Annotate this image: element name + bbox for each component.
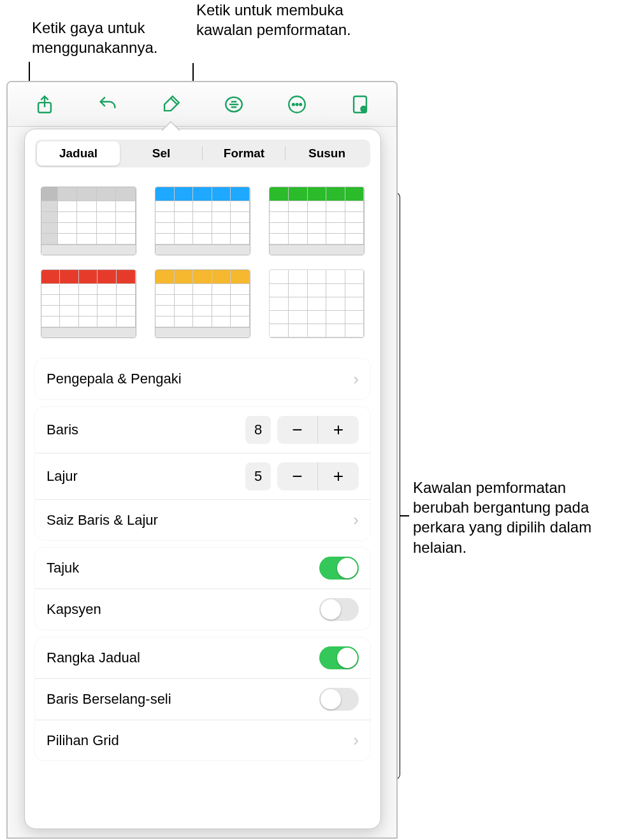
rows-stepper: − +: [277, 416, 359, 444]
format-brush-icon: [160, 94, 182, 115]
caption-row: Kapsyen: [35, 588, 370, 630]
undo-button[interactable]: [90, 87, 126, 122]
caption-toggle[interactable]: [319, 598, 359, 621]
table-style-yellow[interactable]: [155, 269, 250, 338]
cols-label: Lajur: [47, 468, 245, 485]
svg-point-4: [296, 103, 298, 105]
more-button[interactable]: [279, 87, 315, 122]
table-style-green[interactable]: [269, 187, 365, 255]
svg-point-8: [362, 108, 364, 110]
table-style-plain[interactable]: [269, 269, 365, 338]
bracket-tick: [400, 515, 409, 516]
outline-section: Rangka Jadual Baris Berselang-seli Pilih…: [35, 637, 370, 760]
tab-jadual[interactable]: Jadual: [37, 141, 120, 166]
title-caption-section: Tajuk Kapsyen: [35, 548, 370, 630]
tab-susun[interactable]: Susun: [285, 141, 368, 166]
chevron-right-icon: ›: [353, 369, 359, 389]
rows-decrement[interactable]: −: [277, 416, 318, 444]
document-view-icon: [349, 94, 371, 115]
tab-segmented-control: Jadual Sel Format Susun: [35, 139, 370, 167]
table-styles-grid: [35, 180, 370, 351]
share-button[interactable]: [27, 87, 62, 122]
rows-cols-section: Baris 8 − + Lajur 5 − + Saiz Baris & Laj…: [35, 407, 370, 540]
row-col-size-label: Saiz Baris & Lajur: [47, 512, 353, 529]
insert-button[interactable]: [216, 87, 252, 122]
rows-increment[interactable]: +: [318, 416, 359, 444]
svg-point-3: [292, 103, 294, 105]
cols-stepper: − +: [277, 462, 359, 490]
chevron-right-icon: ›: [353, 510, 359, 530]
title-row: Tajuk: [35, 548, 370, 588]
caption-label: Kapsyen: [47, 601, 319, 618]
cols-value: 5: [245, 462, 271, 490]
cols-increment[interactable]: +: [318, 462, 359, 490]
format-button[interactable]: [153, 87, 189, 122]
app-window: Jadual Sel Format Susun: [6, 81, 398, 839]
headers-footers-label: Pengepala & Pengaki: [47, 371, 353, 387]
alternating-row: Baris Berselang-seli: [35, 678, 370, 720]
outline-label: Rangka Jadual: [47, 650, 319, 666]
title-toggle[interactable]: [319, 557, 359, 580]
outline-toggle[interactable]: [319, 646, 359, 669]
more-icon: [286, 94, 308, 115]
view-button[interactable]: [342, 87, 378, 122]
svg-point-5: [300, 103, 301, 105]
toolbar: [8, 82, 396, 127]
cols-decrement[interactable]: −: [277, 462, 318, 490]
callout-style-tap: Ketik gaya untuk menggunakannya.: [32, 18, 191, 57]
format-popover: Jadual Sel Format Susun: [24, 129, 381, 829]
comment-icon: [223, 94, 245, 115]
rows-label: Baris: [47, 422, 245, 438]
callout-side: Kawalan pemformatan berubah bergantung p…: [413, 478, 623, 557]
row-col-size-row[interactable]: Saiz Baris & Lajur ›: [35, 499, 370, 540]
title-label: Tajuk: [47, 560, 319, 576]
table-style-blue[interactable]: [155, 187, 250, 255]
rows-row: Baris 8 − +: [35, 407, 370, 453]
rows-value: 8: [245, 416, 271, 444]
tab-format[interactable]: Format: [203, 141, 285, 166]
alternating-toggle[interactable]: [319, 688, 359, 711]
callout-format-open: Ketik untuk membuka kawalan pemformatan.: [196, 0, 362, 39]
tab-sel[interactable]: Sel: [120, 141, 203, 166]
headers-footers-row[interactable]: Pengepala & Pengaki ›: [35, 359, 370, 399]
table-style-gray[interactable]: [41, 187, 136, 255]
grid-options-row[interactable]: Pilihan Grid ›: [35, 720, 370, 760]
outline-row: Rangka Jadual: [35, 637, 370, 678]
alternating-label: Baris Berselang-seli: [47, 691, 319, 708]
undo-icon: [97, 94, 119, 115]
table-style-red[interactable]: [41, 269, 136, 338]
share-icon: [34, 94, 55, 115]
headers-footers-section: Pengepala & Pengaki ›: [35, 359, 370, 399]
cols-row: Lajur 5 − +: [35, 453, 370, 499]
grid-options-label: Pilihan Grid: [47, 732, 353, 749]
chevron-right-icon: ›: [353, 730, 359, 750]
